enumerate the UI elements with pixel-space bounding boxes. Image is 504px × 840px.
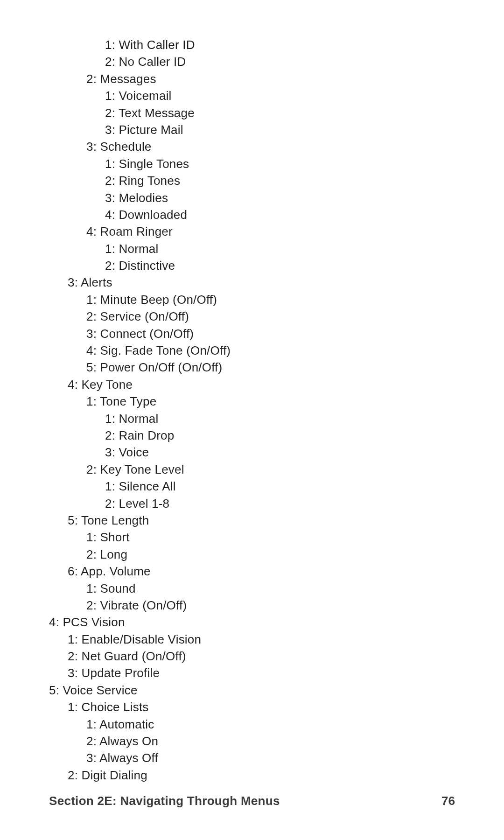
menu-line: 1: Automatic	[86, 716, 455, 733]
menu-line: 2: Vibrate (On/Off)	[86, 597, 455, 614]
menu-line: 2: Ring Tones	[105, 172, 455, 189]
menu-line: 2: Digit Dialing	[68, 767, 455, 784]
menu-line: 2: Messages	[86, 70, 455, 87]
menu-line: 2: Distinctive	[105, 257, 455, 274]
menu-line: 1: Choice Lists	[68, 699, 455, 715]
menu-line: 2: Net Guard (On/Off)	[68, 648, 455, 665]
menu-line: 3: Picture Mail	[105, 121, 455, 138]
menu-line: 2: Text Message	[105, 105, 455, 121]
page-footer: Section 2E: Navigating Through Menus 76	[49, 794, 455, 808]
menu-line: 5: Power On/Off (On/Off)	[86, 359, 455, 376]
menu-line: 1: Sound	[86, 580, 455, 597]
menu-line: 4: Downloaded	[105, 206, 455, 223]
menu-line: 2: Key Tone Level	[86, 461, 455, 478]
menu-line: 1: Voicemail	[105, 87, 455, 104]
menu-line: 2: Service (On/Off)	[86, 308, 455, 325]
menu-line: 4: Key Tone	[68, 376, 455, 393]
menu-line: 5: Tone Length	[68, 512, 455, 529]
menu-line: 2: Level 1-8	[105, 495, 455, 512]
menu-line: 1: With Caller ID	[105, 36, 455, 53]
menu-line: 1: Normal	[105, 410, 455, 427]
document-page: 1: With Caller ID2: No Caller ID2: Messa…	[0, 0, 504, 840]
menu-line: 1: Silence All	[105, 478, 455, 495]
menu-line: 3: Alerts	[68, 274, 455, 291]
menu-line: 4: Sig. Fade Tone (On/Off)	[86, 342, 455, 359]
menu-line: 1: Minute Beep (On/Off)	[86, 291, 455, 308]
menu-line: 3: Always Off	[86, 749, 455, 766]
menu-line: 2: Long	[86, 546, 455, 563]
menu-line: 3: Connect (On/Off)	[86, 325, 455, 342]
menu-outline: 1: With Caller ID2: No Caller ID2: Messa…	[49, 36, 455, 784]
menu-line: 1: Enable/Disable Vision	[68, 631, 455, 648]
menu-line: 3: Update Profile	[68, 665, 455, 681]
menu-line: 2: No Caller ID	[105, 53, 455, 70]
menu-line: 3: Melodies	[105, 189, 455, 206]
menu-line: 3: Voice	[105, 444, 455, 461]
menu-line: 1: Single Tones	[105, 155, 455, 172]
menu-line: 6: App. Volume	[68, 563, 455, 580]
menu-line: 5: Voice Service	[49, 682, 455, 699]
section-label: Section 2E: Navigating Through Menus	[49, 794, 280, 808]
page-number: 76	[441, 794, 455, 808]
menu-line: 4: Roam Ringer	[86, 223, 455, 240]
menu-line: 4: PCS Vision	[49, 614, 455, 630]
menu-line: 2: Rain Drop	[105, 427, 455, 444]
menu-line: 2: Always On	[86, 733, 455, 749]
menu-line: 3: Schedule	[86, 138, 455, 155]
menu-line: 1: Short	[86, 529, 455, 546]
menu-line: 1: Normal	[105, 240, 455, 257]
menu-line: 1: Tone Type	[86, 393, 455, 410]
